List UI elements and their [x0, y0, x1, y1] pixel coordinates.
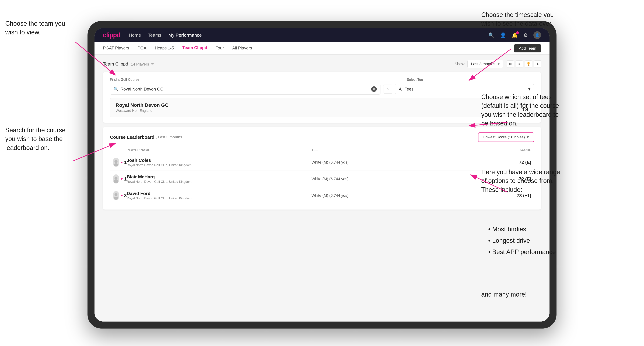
- navbar: clippd Home Teams My Performance 🔍 👤 🔔 ⚙…: [94, 28, 550, 42]
- nav-link-my-performance[interactable]: My Performance: [168, 32, 202, 38]
- course-result[interactable]: Royal North Devon GC Westward Ho!, Engla…: [110, 98, 534, 117]
- favorite-button[interactable]: ☆: [383, 85, 392, 94]
- select-tee-label: Select Tee: [407, 78, 534, 82]
- subnav-team-clippd[interactable]: Team Clippd: [182, 45, 207, 51]
- table-row: ♥ 1 Josh Coles Royal North Devon Golf Cl…: [110, 154, 534, 171]
- annotation-options: Here you have a wide rangeof options to …: [481, 168, 560, 194]
- table-row: ♥ 3 David Ford Royal North Devon Golf Cl…: [110, 187, 534, 204]
- rank-cell: ♥ 3: [113, 191, 127, 200]
- search-card: Find a Golf Course Select Tee 🔍 Royal No…: [103, 72, 541, 123]
- avatar[interactable]: 👤: [534, 31, 541, 39]
- nav-link-teams[interactable]: Teams: [148, 32, 161, 38]
- view-icons: ⊞ ≡ 🏆 ⬇: [507, 60, 541, 67]
- table-row: ♥ 1 Blair McHarg Royal North Devon Golf …: [110, 171, 534, 187]
- course-info: Royal North Devon GC Westward Ho!, Engla…: [116, 102, 520, 113]
- tee-select-value: All Tees: [399, 87, 414, 92]
- svg-point-4: [114, 193, 118, 196]
- team-header: Team Clippd 14 Players ✏ Show: Last 3 mo…: [103, 60, 541, 68]
- notification-dot: [516, 31, 519, 34]
- search-labels-row: Find a Golf Course Select Tee: [110, 78, 534, 82]
- player-club: Royal North Devon Golf Club, United King…: [127, 163, 312, 167]
- course-name: Royal North Devon GC: [116, 102, 520, 108]
- chevron-down-icon: ▾: [528, 87, 530, 92]
- player-club: Royal North Devon Golf Club, United King…: [127, 180, 312, 184]
- score-cell: 72 (E): [496, 160, 531, 165]
- annotation-tees: Choose which set of tees(default is all)…: [481, 93, 559, 128]
- rank-number: 1: [124, 176, 127, 182]
- player-count: 14 Players: [131, 62, 149, 66]
- clear-search-button[interactable]: ×: [371, 86, 377, 92]
- nav-link-home[interactable]: Home: [129, 32, 141, 38]
- player-name: Josh Coles: [127, 158, 312, 163]
- svg-point-5: [114, 197, 118, 199]
- heart-icon: ♥: [121, 194, 123, 198]
- rank-cell: ♥ 1: [113, 158, 127, 167]
- annotation-timescale: Choose the timescale youwish to see the …: [481, 10, 554, 28]
- player-details: Blair McHarg Royal North Devon Golf Club…: [127, 174, 312, 184]
- player-name: Blair McHarg: [127, 174, 312, 180]
- player-avatar: [113, 174, 119, 183]
- subnav-all-players[interactable]: All Players: [232, 46, 252, 51]
- leaderboard-table: PLAYER NAME TEE SCORE ♥ 1: [110, 146, 534, 204]
- edit-icon[interactable]: ✏: [151, 62, 154, 66]
- navbar-links: Home Teams My Performance: [129, 32, 480, 38]
- table-header: PLAYER NAME TEE SCORE: [110, 146, 534, 154]
- search-icon: 🔍: [114, 87, 118, 91]
- settings-icon[interactable]: ⚙: [524, 32, 528, 38]
- svg-point-3: [114, 180, 118, 183]
- trophy-icon[interactable]: 🏆: [525, 60, 532, 67]
- person-icon[interactable]: 👤: [500, 32, 506, 38]
- time-period-dropdown[interactable]: Last 3 months ▾: [468, 60, 503, 68]
- find-course-label: Find a Golf Course: [110, 78, 365, 82]
- tee-cell: White (M) (6,744 yds): [312, 193, 496, 198]
- subnav-pga[interactable]: PGA: [138, 46, 146, 51]
- annotation-search-course: Search for the courseyou wish to base th…: [5, 126, 66, 152]
- navbar-icons: 🔍 👤 🔔 ⚙ 👤: [488, 31, 541, 39]
- col-header-player: PLAYER NAME: [127, 148, 312, 152]
- course-location: Westward Ho!, England: [116, 109, 520, 113]
- svg-point-1: [114, 163, 118, 166]
- col-header-score: SCORE: [496, 148, 531, 152]
- leaderboard-header: Course Leaderboard , Last 3 months Lowes…: [110, 133, 534, 142]
- search-input-row: 🔍 Royal North Devon GC × ☆ All Tees ▾: [110, 84, 534, 95]
- search-input[interactable]: Royal North Devon GC: [120, 87, 369, 92]
- subnav-hcaps[interactable]: Hcaps 1-5: [155, 46, 174, 51]
- subnav-tour[interactable]: Tour: [216, 46, 224, 51]
- download-icon[interactable]: ⬇: [534, 60, 541, 67]
- player-details: David Ford Royal North Devon Golf Club, …: [127, 191, 312, 200]
- options-bullet-list: Most birdies Longest drive Best APP perf…: [488, 224, 556, 258]
- list-view-icon[interactable]: ≡: [516, 60, 523, 67]
- chevron-down-icon: ▾: [527, 135, 529, 140]
- score-type-button[interactable]: Lowest Score (18 holes) ▾: [478, 133, 534, 142]
- player-details: Josh Coles Royal North Devon Golf Club, …: [127, 158, 312, 167]
- team-title: Team Clippd 14 Players: [103, 61, 149, 67]
- svg-point-0: [114, 160, 118, 163]
- player-avatar: [113, 158, 119, 167]
- rank-number: 1: [124, 160, 127, 165]
- heart-icon: ♥: [121, 161, 123, 165]
- chevron-down-icon: ▾: [498, 62, 500, 66]
- grid-view-icon[interactable]: ⊞: [507, 60, 514, 67]
- player-avatar: [113, 191, 119, 200]
- search-icon[interactable]: 🔍: [488, 32, 494, 38]
- add-team-button[interactable]: Add Team: [514, 44, 541, 52]
- leaderboard-title: Course Leaderboard: [110, 135, 154, 140]
- heart-icon: ♥: [121, 177, 123, 181]
- subnav: PGAT Players PGA Hcaps 1-5 Team Clippd T…: [94, 42, 550, 54]
- rank-number: 3: [124, 193, 127, 198]
- annotation-and-more: and many more!: [481, 290, 527, 299]
- rank-cell: ♥ 1: [113, 174, 127, 183]
- course-search-box[interactable]: 🔍 Royal North Devon GC ×: [110, 84, 380, 95]
- brand-logo: clippd: [103, 31, 120, 39]
- col-header-tee: TEE: [312, 148, 496, 152]
- show-label: Show:: [455, 62, 465, 66]
- bullet-best-app: Best APP performance: [488, 246, 556, 258]
- bell-icon[interactable]: 🔔: [512, 32, 518, 38]
- player-club: Royal North Devon Golf Club, United King…: [127, 197, 312, 200]
- annotation-team-view: Choose the team youwish to view.: [5, 19, 65, 37]
- leaderboard-card: Course Leaderboard , Last 3 months Lowes…: [103, 127, 541, 209]
- player-name: David Ford: [127, 191, 312, 196]
- bullet-longest-drive: Longest drive: [488, 235, 556, 246]
- subnav-pgat-players[interactable]: PGAT Players: [103, 46, 129, 51]
- tee-cell: White (M) (6,744 yds): [312, 160, 496, 165]
